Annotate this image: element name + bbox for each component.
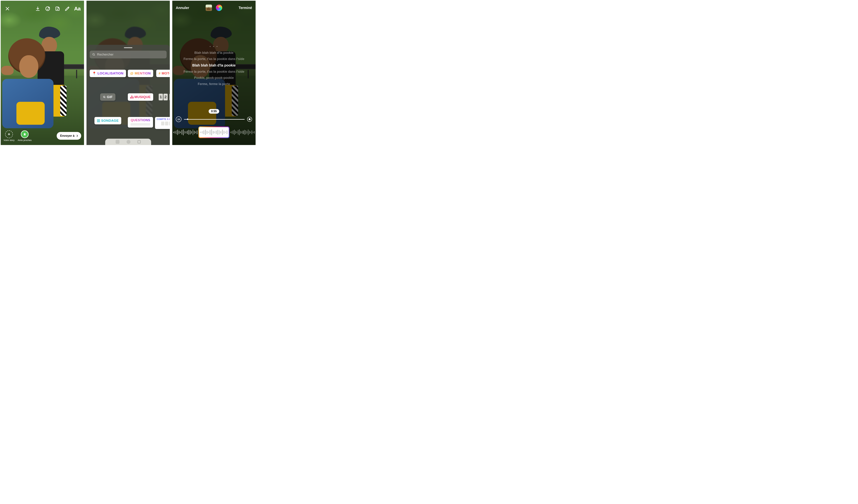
send-to-label: Envoyer à (60, 134, 75, 137)
chevron-right-icon (76, 134, 79, 137)
sticker-gif[interactable]: GIF (100, 93, 115, 101)
lyric-line: Ferme, ferme la porte (198, 82, 230, 86)
current-timestamp: 0:55 (209, 109, 219, 114)
at-icon: @ (130, 71, 133, 75)
sticker-icon[interactable] (54, 5, 61, 12)
sticker-poll[interactable]: SONDAGE (94, 117, 121, 124)
clip-duration-button[interactable]: 15 (176, 116, 181, 122)
sticker-questions[interactable]: QUESTIONS (128, 117, 153, 128)
waveform-right (229, 129, 256, 136)
lyric-line: Blah blah blah d'la pookie (194, 51, 233, 55)
composer-toolbar: Aa (1, 4, 84, 13)
stop-button[interactable] (247, 117, 252, 122)
sticker-music[interactable]: MUSIQUE (128, 93, 153, 101)
your-story-label: Votre story (3, 139, 15, 142)
android-nav-bar (105, 139, 151, 145)
close-icon[interactable] (4, 5, 11, 12)
close-friends-button[interactable]: Amis proches (18, 130, 32, 142)
sticker-location[interactable]: 📍 LOCALISATION (90, 70, 126, 77)
svg-point-3 (57, 8, 57, 9)
waveform-selected (199, 127, 229, 137)
svg-point-6 (104, 96, 105, 98)
svg-point-4 (58, 8, 59, 9)
nav-back-icon[interactable] (138, 140, 141, 143)
your-story-button[interactable]: + Votre story (3, 130, 15, 142)
waveform-left (172, 129, 198, 136)
story-composer-screen: Aa + Votre story Amis proches Envoyer à (1, 1, 84, 145)
search-icon (103, 96, 106, 98)
cancel-button[interactable]: Annuler (176, 6, 189, 10)
music-editor-toolbar: Annuler Terminé (172, 4, 256, 11)
download-icon[interactable] (35, 5, 41, 12)
hash-icon: # (159, 71, 161, 75)
sticker-mention[interactable]: @ MENTION (128, 70, 153, 77)
text-tool-button[interactable]: Aa (74, 5, 80, 12)
sticker-tray[interactable]: Rechercher 📍 LOCALISATION @ MENTION # MO… (86, 45, 170, 145)
draw-icon[interactable] (64, 5, 70, 12)
search-placeholder: Rechercher (97, 53, 113, 56)
waveform-scrubber[interactable] (172, 126, 256, 139)
album-art-style-button[interactable] (206, 4, 212, 11)
svg-point-2 (48, 8, 49, 9)
search-icon (92, 53, 95, 56)
questions-input-preview (131, 123, 150, 126)
lyric-line: Pookie, pook-pook-pookie (194, 76, 234, 80)
pin-icon: 📍 (92, 71, 97, 76)
color-style-button[interactable] (216, 4, 222, 11)
sticker-tray-screen: Rechercher 📍 LOCALISATION @ MENTION # MO… (86, 1, 170, 145)
lyric-line: Ferme la porte, t'as la pookie dans l'si… (184, 57, 244, 61)
tray-drag-handle[interactable] (124, 47, 132, 48)
sticker-hashtag[interactable]: # MOT-CLIC (156, 70, 170, 77)
svg-point-5 (93, 53, 94, 55)
slider-thumb[interactable] (187, 118, 188, 120)
equalizer-icon (130, 95, 133, 99)
composer-bottom-bar: + Votre story Amis proches Envoyer à (1, 129, 84, 143)
nav-recent-icon[interactable] (116, 140, 120, 144)
lyrics-scroller[interactable]: • • • Blah blah blah d'la pookie Ferme l… (172, 45, 256, 86)
music-editor-screen: Annuler Terminé • • • Blah blah blah d'l… (172, 1, 256, 145)
poll-lines-icon (97, 119, 100, 122)
sticker-countdown[interactable]: COMPTE À REBOURS (155, 117, 170, 129)
photo-background (1, 1, 84, 145)
close-friends-label: Amis proches (18, 139, 32, 142)
clip-selection-window[interactable] (198, 127, 229, 138)
close-friends-star-icon (21, 130, 29, 138)
playback-slider-row: 15 (176, 117, 252, 122)
playback-slider[interactable] (184, 119, 245, 119)
sticker-grid: 📍 LOCALISATION @ MENTION # MOT-CLIC GIF … (90, 70, 166, 129)
face-effect-icon[interactable] (45, 5, 51, 12)
your-story-circle-icon: + (5, 130, 13, 138)
lyric-line: Ferme la porte, t'as la pookie dans l'si… (184, 70, 244, 74)
done-button[interactable]: Terminé (239, 6, 252, 10)
countdown-tiles-icon (161, 121, 170, 126)
send-to-button[interactable]: Envoyer à (57, 132, 81, 140)
lyric-line-active: Blah blah blah d'la pookie (192, 63, 236, 67)
lyrics-leading-dots: • • • (210, 45, 218, 49)
nav-home-icon[interactable] (127, 140, 130, 144)
svg-point-1 (47, 8, 47, 9)
sticker-search-input[interactable]: Rechercher (90, 51, 166, 59)
person-foreground (2, 38, 55, 130)
sticker-time[interactable]: 1 2 3 4 (159, 93, 170, 101)
